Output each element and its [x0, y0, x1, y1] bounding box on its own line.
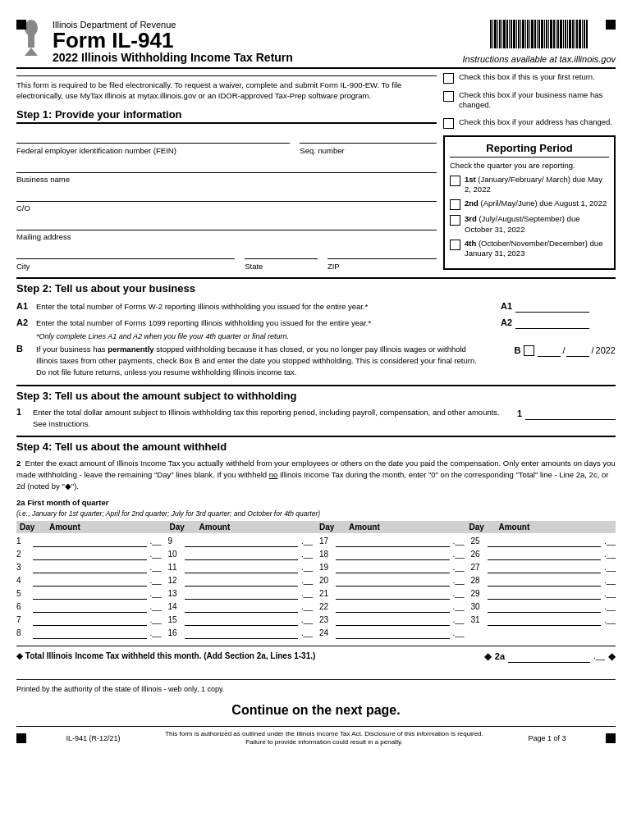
day-1-dot: .__: [150, 536, 162, 546]
day-amount-grid: 1.__ 2.__ 3.__ 4.__ 5.__ 6.__ 7.__ 8.__ …: [16, 536, 616, 641]
city-field[interactable]: [16, 244, 235, 259]
day-5-input[interactable]: [33, 588, 147, 600]
day-18-input[interactable]: [336, 549, 450, 560]
day-23-input[interactable]: [336, 614, 450, 626]
day-9-input[interactable]: [185, 536, 299, 547]
zip-field[interactable]: [327, 244, 437, 259]
barcode-icon: [490, 20, 588, 52]
mailing-address-field[interactable]: [16, 216, 437, 231]
day-31-dot: .__: [604, 615, 616, 624]
step4-diamond: ◆: [65, 482, 71, 491]
q4-checkbox[interactable]: [450, 240, 460, 250]
day-6-row: 6.__: [16, 601, 162, 613]
svg-rect-40: [576, 20, 578, 48]
total-input[interactable]: [508, 650, 590, 663]
day-31-input[interactable]: [488, 614, 602, 626]
b-checkbox[interactable]: [524, 345, 534, 356]
day-5-num: 5: [16, 589, 30, 598]
q3-checkbox[interactable]: [450, 215, 460, 226]
day-10-input[interactable]: [185, 549, 299, 560]
day-14-num: 14: [168, 602, 181, 611]
step3-row1: 1 Enter the total dollar amount subject …: [16, 407, 616, 429]
day-6-input[interactable]: [33, 601, 147, 613]
svg-rect-14: [516, 20, 517, 48]
day-11-input[interactable]: [185, 562, 299, 573]
day-16-input[interactable]: [185, 628, 299, 639]
day-17-dot: .__: [453, 536, 465, 546]
q1-checkbox[interactable]: [450, 176, 460, 186]
day-13-input[interactable]: [185, 588, 299, 600]
page-number: Page 1 of 3: [528, 734, 566, 742]
day-11-dot: .__: [301, 563, 313, 572]
day-20-input[interactable]: [336, 575, 450, 587]
a1-input[interactable]: [515, 299, 589, 313]
svg-rect-21: [531, 20, 534, 48]
step4-text5: ").: [71, 482, 79, 491]
day-25-num: 25: [471, 536, 484, 546]
a2-row: A2 Enter the total number of Forms 1099 …: [16, 316, 616, 329]
state-field[interactable]: [245, 244, 318, 259]
day-16-dot: .__: [301, 628, 313, 637]
day-19-input[interactable]: [336, 562, 450, 573]
day-2-input[interactable]: [33, 549, 147, 560]
day-1-input[interactable]: [33, 536, 147, 547]
day-15-input[interactable]: [185, 614, 299, 626]
day-3-input[interactable]: [33, 562, 147, 573]
date-month-input[interactable]: [538, 344, 561, 357]
day-21-input[interactable]: [336, 588, 450, 600]
svg-rect-42: [582, 20, 583, 48]
day-29-dot: .__: [604, 589, 616, 598]
day-12-row: 12.__: [168, 575, 314, 587]
city-label: City: [16, 262, 30, 271]
day-15-num: 15: [168, 615, 181, 624]
day-12-input[interactable]: [185, 575, 299, 587]
form-subtitle: 2022 Illinois Withholding Income Tax Ret…: [53, 51, 293, 64]
svg-rect-1: [28, 34, 34, 48]
name-changed-checkbox[interactable]: [443, 91, 454, 102]
total-row: ◆ Total Illinois Income Tax withheld thi…: [16, 646, 616, 663]
day-17-input[interactable]: [336, 536, 450, 547]
step3-input[interactable]: [525, 407, 616, 420]
svg-rect-7: [499, 20, 501, 48]
first-return-checkbox[interactable]: [443, 73, 454, 84]
day-28-input[interactable]: [488, 575, 602, 587]
day-24-input[interactable]: [336, 628, 450, 639]
day-29-input[interactable]: [488, 588, 602, 600]
day-7-input[interactable]: [33, 614, 147, 626]
day-18-row: 18.__: [319, 549, 465, 560]
date-day-input[interactable]: [566, 344, 589, 357]
name-changed-text: Check this box if your business name has…: [459, 90, 616, 111]
day-17-num: 17: [319, 536, 332, 546]
form-number: Form IL-941: [53, 30, 293, 51]
q2-checkbox[interactable]: [450, 199, 460, 210]
q1-bold: 1st: [465, 175, 476, 184]
day-30-input[interactable]: [488, 601, 602, 613]
q2-text: 2nd (April/May/June) due August 1, 2022: [465, 199, 607, 208]
day-10-num: 10: [168, 550, 181, 559]
day-22-input[interactable]: [336, 601, 450, 613]
co-field[interactable]: [16, 187, 437, 202]
day-26-input[interactable]: [488, 549, 602, 560]
day-25-input[interactable]: [488, 536, 602, 547]
continue-text: Continue on the next page.: [16, 703, 616, 718]
a-note: *Only complete Lines A1 and A2 when you …: [36, 332, 616, 340]
a2-input[interactable]: [515, 316, 589, 329]
svg-rect-27: [546, 20, 547, 48]
col-header-4: Day Amount: [469, 523, 613, 532]
day-8-input[interactable]: [33, 628, 147, 639]
col-amount-2: Amount: [199, 523, 231, 532]
day-27-input[interactable]: [488, 562, 602, 573]
fein-field[interactable]: [16, 129, 290, 144]
svg-rect-16: [520, 20, 521, 48]
day-14-input[interactable]: [185, 601, 299, 613]
business-name-field[interactable]: [16, 158, 437, 173]
a1-field-label: A1: [501, 301, 512, 311]
address-changed-checkbox[interactable]: [443, 118, 454, 129]
day-22-dot: .__: [453, 602, 465, 611]
day-col-2: 9.__ 10.__ 11.__ 12.__ 13.__ 14.__ 15.__…: [168, 536, 314, 641]
seq-field[interactable]: [300, 129, 437, 144]
day-4-input[interactable]: [33, 575, 147, 587]
svg-rect-15: [518, 20, 520, 48]
page-container: Illinois Department of Revenue Form IL-9…: [16, 20, 616, 746]
step2-header: Step 2: Tell us about your business: [16, 282, 616, 294]
